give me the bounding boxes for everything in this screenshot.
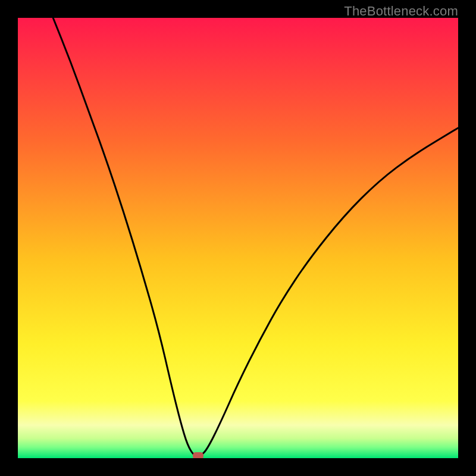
- chart-frame: TheBottleneck.com: [0, 0, 476, 476]
- minimum-marker: [193, 452, 203, 458]
- plot-area: [18, 18, 458, 458]
- watermark-text: TheBottleneck.com: [344, 4, 458, 19]
- bottleneck-curve: [18, 18, 458, 458]
